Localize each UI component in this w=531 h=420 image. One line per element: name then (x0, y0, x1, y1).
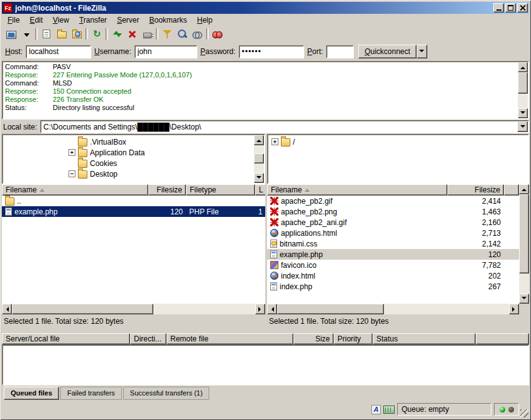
menu-item[interactable]: Edit (25, 14, 48, 26)
scroll-track[interactable] (518, 72, 528, 108)
toolbar-button[interactable] (69, 27, 84, 41)
toolbar-button[interactable] (175, 27, 190, 41)
scroll-thumb[interactable] (277, 304, 384, 314)
title-bar[interactable]: Fz john@localhost - FileZilla (2, 2, 529, 14)
scroll-thumb[interactable] (12, 304, 153, 314)
column-header[interactable]: Status (373, 333, 476, 345)
tree-item[interactable]: Desktop (3, 169, 254, 179)
scroll-thumb[interactable] (519, 194, 529, 274)
scroll-left-button[interactable] (2, 304, 12, 314)
menu-item[interactable]: Server (112, 14, 144, 26)
local-list-hscrollbar[interactable] (2, 304, 265, 314)
queue-tab[interactable]: Failed transfers (60, 387, 122, 400)
scroll-down-button[interactable] (519, 294, 529, 304)
column-header[interactable]: Directi... (130, 333, 167, 345)
port-input[interactable] (326, 45, 354, 58)
toolbar-button[interactable] (140, 27, 155, 41)
file-size: 7,782 (447, 260, 504, 270)
scroll-up-button[interactable] (519, 184, 529, 194)
remote-list-vscrollbar[interactable] (519, 184, 529, 304)
message-log: Command: PASV Response: 227 Entering Pas… (3, 62, 518, 118)
quickconnect-dropdown-button[interactable] (417, 45, 427, 58)
menu-item[interactable]: Help (192, 14, 218, 26)
tree-item[interactable]: / (268, 136, 528, 147)
scroll-track[interactable] (277, 304, 509, 314)
column-header[interactable]: Priority (334, 333, 373, 345)
expander-icon[interactable] (68, 149, 75, 156)
column-header[interactable]: L (255, 184, 265, 196)
column-header[interactable]: Filetype (186, 184, 255, 196)
file-row[interactable]: apache_pb2.png 1,463 (267, 206, 519, 217)
column-header[interactable]: Size (293, 333, 334, 345)
scroll-right-button[interactable] (509, 304, 519, 314)
toolbar-button[interactable] (89, 27, 104, 41)
scroll-right-button[interactable] (255, 304, 265, 314)
toolbar-button[interactable] (4, 27, 19, 41)
tree-item[interactable]: Cookies (3, 158, 254, 169)
password-input[interactable] (239, 45, 304, 58)
scroll-track[interactable] (12, 304, 255, 314)
queue-tab[interactable]: Successful transfers (1) (123, 387, 210, 400)
file-row[interactable]: favicon.ico 7,782 (267, 260, 519, 270)
menu-item[interactable]: Transfer (74, 14, 112, 26)
scroll-left-button[interactable] (267, 304, 277, 314)
remote-list-hscrollbar[interactable] (267, 304, 519, 314)
queue-tab[interactable]: Queued files (4, 387, 59, 400)
toolbar-button[interactable] (124, 27, 140, 41)
column-header[interactable]: Filename (267, 184, 447, 196)
tree-item[interactable]: .VirtualBox (3, 136, 254, 147)
file-row[interactable]: index.php 267 (267, 281, 519, 292)
toolbar-button[interactable] (190, 27, 205, 41)
menu-item[interactable]: View (48, 14, 74, 26)
toolbar-button[interactable] (210, 27, 225, 41)
queue-splitter[interactable] (2, 328, 529, 333)
file-row[interactable]: .. (2, 196, 265, 206)
log-scrollbar[interactable] (518, 62, 528, 118)
quickconnect-button[interactable]: Quickconnect (358, 45, 417, 58)
scroll-track[interactable] (519, 194, 529, 294)
column-header[interactable]: Remote file (167, 333, 293, 345)
column-header[interactable]: Server/Local file (2, 333, 130, 345)
toolbar-button[interactable] (109, 27, 124, 41)
host-input[interactable] (26, 45, 91, 58)
tree-item-label: .VirtualBox (90, 138, 126, 146)
arrow-right-icon (258, 307, 263, 312)
username-input[interactable] (134, 45, 197, 58)
file-row[interactable]: bitnami.css 2,142 (267, 238, 519, 249)
resize-grip[interactable] (520, 409, 528, 417)
file-row[interactable]: apache_pb2_ani.gif 2,160 (267, 217, 519, 228)
menu-item[interactable]: Bookmarks (144, 14, 192, 26)
scroll-track[interactable] (254, 145, 264, 173)
column-header[interactable]: Filesize (447, 184, 504, 196)
column-header[interactable]: Filename (2, 184, 148, 196)
scroll-thumb[interactable] (254, 153, 264, 163)
file-row[interactable]: applications.html 2,713 (267, 228, 519, 238)
scroll-up-button[interactable] (254, 135, 264, 145)
scroll-thumb[interactable] (518, 72, 528, 94)
local-site-dropdown-button[interactable] (517, 121, 528, 132)
expander-icon[interactable] (271, 138, 278, 145)
file-row[interactable]: example.php 120 (267, 249, 519, 260)
toolbar (2, 26, 529, 42)
close-button[interactable] (517, 3, 528, 13)
file-row[interactable]: apache_pb2.gif 2,414 (267, 196, 519, 206)
column-header[interactable]: Filesize (148, 184, 186, 196)
expander-icon[interactable] (68, 170, 75, 177)
local-site-combobox[interactable]: C:\Documents and Settings\██████\Desktop… (40, 120, 529, 133)
scroll-down-button[interactable] (518, 108, 528, 118)
minimize-button[interactable] (493, 3, 504, 13)
file-row[interactable]: example.php 120 PHP File 1 (2, 206, 265, 217)
scroll-up-button[interactable] (518, 62, 528, 72)
toolbar-button[interactable] (54, 27, 69, 41)
toolbar-button[interactable] (19, 27, 34, 41)
menu-item[interactable]: File (3, 14, 25, 26)
maximize-button[interactable] (505, 3, 516, 13)
toolbar-button[interactable] (160, 27, 175, 41)
local-tree-scrollbar[interactable] (254, 135, 264, 183)
toolbar-item (210, 27, 225, 41)
tree-item[interactable]: Application Data (3, 147, 254, 158)
scroll-down-button[interactable] (254, 173, 264, 183)
toolbar-button[interactable] (39, 27, 54, 41)
file-size (148, 196, 186, 206)
file-row[interactable]: index.html 202 (267, 270, 519, 281)
